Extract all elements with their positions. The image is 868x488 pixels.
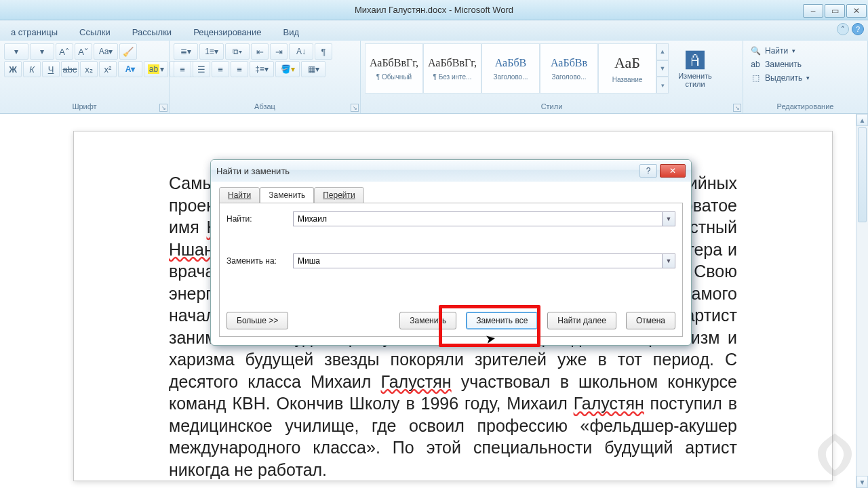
dialog-tab-replace[interactable]: Заменить [260, 187, 314, 203]
group-editing: 🔍Найти▾ abЗаменить ⬚Выделить▾ Редактиров… [743, 41, 868, 113]
ribbon: ▾ ▾ A˄ A˅ Aa▾ 🧹 Ж К Ч abc x₂ x² A▾ ab▾ A… [0, 41, 868, 114]
dialog-title-bar[interactable]: Найти и заменить ? ✕ [211, 160, 691, 182]
line-spacing-button[interactable]: ‡≡▾ [250, 61, 274, 77]
change-styles-button[interactable]: 🅰 Изменить стили [671, 43, 719, 94]
subscript-button[interactable]: x₂ [80, 61, 98, 77]
window-title: Михаил Галустян.docx - Microsoft Word [355, 5, 513, 15]
multilevel-button[interactable]: ⧉▾ [225, 43, 250, 60]
more-button[interactable]: Больше >> [226, 312, 288, 329]
ribbon-tabs: а страницы Ссылки Рассылки Рецензировани… [0, 20, 868, 41]
text-effects-button[interactable]: A▾ [118, 61, 142, 77]
find-input[interactable] [293, 211, 662, 226]
scroll-thumb[interactable] [858, 127, 867, 222]
group-editing-label: Редактирование [747, 100, 863, 112]
bullets-button[interactable]: ≣▾ [174, 43, 198, 60]
replace-icon: ab [750, 60, 761, 69]
numbering-button[interactable]: 1≡▾ [199, 43, 224, 60]
tab-review[interactable]: Рецензирование [182, 24, 272, 41]
indent-dec-button[interactable]: ⇤ [251, 43, 269, 60]
styles-scroll[interactable]: ▲▼▾ [656, 43, 669, 94]
replace-label: Заменить на: [226, 256, 288, 266]
minimize-button[interactable]: – [803, 4, 823, 18]
find-icon: 🔍 [750, 46, 761, 56]
select-icon: ⬚ [750, 73, 761, 83]
align-right-button[interactable]: ≡ [212, 61, 229, 77]
watermark-icon [811, 431, 859, 481]
help-icon[interactable]: ? [852, 23, 864, 35]
find-button[interactable]: 🔍Найти▾ [747, 45, 812, 57]
change-case-button[interactable]: Aa▾ [94, 43, 118, 60]
group-font-label: Шрифт [4, 100, 165, 112]
tab-page-layout[interactable]: а страницы [0, 24, 68, 41]
dialog-tab-goto[interactable]: Перейти [314, 187, 364, 203]
find-dropdown-icon[interactable]: ▼ [662, 211, 675, 226]
show-marks-button[interactable]: ¶ [315, 43, 332, 60]
borders-button[interactable]: ▦▾ [301, 61, 326, 77]
clear-format-button[interactable]: 🧹 [119, 43, 137, 60]
group-paragraph: ≣▾ 1≡▾ ⧉▾ ⇤ ⇥ A↓ ¶ ≡ ☰ ≡ ≡ ‡≡▾ 🪣▾ ▦▾ [170, 41, 361, 113]
group-font: ▾ ▾ A˄ A˅ Aa▾ 🧹 Ж К Ч abc x₂ x² A▾ ab▾ A… [0, 41, 170, 113]
find-label: Найти: [226, 214, 288, 224]
styles-up-icon[interactable]: ▲ [656, 43, 669, 60]
styles-launcher-icon[interactable]: ↘ [733, 104, 741, 112]
maximize-button[interactable]: ▭ [825, 4, 845, 18]
justify-button[interactable]: ≡ [231, 61, 248, 77]
replace-input[interactable] [293, 253, 662, 268]
align-left-button[interactable]: ≡ [174, 61, 191, 77]
replace-one-button[interactable]: Заменить [399, 312, 456, 329]
replace-button[interactable]: abЗаменить [747, 58, 812, 70]
style-heading1[interactable]: АаБбВЗаголово... [481, 43, 540, 94]
highlight-button[interactable]: ab▾ [144, 61, 168, 77]
dialog-tabs: Найти Заменить Перейти [219, 187, 683, 203]
grow-font-button[interactable]: A˄ [56, 43, 73, 60]
style-title[interactable]: АаБНазвание [598, 43, 656, 94]
sort-button[interactable]: A↓ [289, 43, 313, 60]
superscript-button[interactable]: x² [99, 61, 117, 77]
scroll-up-icon[interactable]: ▲ [856, 114, 868, 126]
style-heading2[interactable]: АаБбВвЗаголово... [540, 43, 598, 94]
replace-dropdown-icon[interactable]: ▼ [662, 253, 675, 268]
dialog-help-button[interactable]: ? [639, 164, 657, 178]
select-button[interactable]: ⬚Выделить▾ [747, 72, 812, 84]
dialog-tab-find[interactable]: Найти [219, 187, 260, 203]
group-styles: АаБбВвГг,¶ Обычный АаБбВвГг,¶ Без инте..… [361, 41, 743, 113]
shrink-font-button[interactable]: A˅ [75, 43, 92, 60]
italic-button[interactable]: К [23, 61, 41, 77]
change-styles-icon: 🅰 [686, 49, 705, 72]
strike-button[interactable]: abc [61, 61, 79, 77]
dialog-title: Найти и заменить [216, 166, 290, 176]
group-styles-label: Стили [365, 100, 738, 112]
title-bar: Михаил Галустян.docx - Microsoft Word – … [0, 0, 868, 20]
find-next-button[interactable]: Найти далее [547, 312, 616, 329]
styles-gallery[interactable]: АаБбВвГг,¶ Обычный АаБбВвГг,¶ Без инте..… [365, 43, 669, 94]
tab-view[interactable]: Вид [273, 24, 311, 41]
tab-mailings[interactable]: Рассылки [121, 24, 182, 41]
font-size-dropdown[interactable]: ▾ [30, 43, 54, 60]
styles-down-icon[interactable]: ▼ [656, 60, 669, 77]
paragraph-launcher-icon[interactable]: ↘ [351, 104, 359, 112]
shading-button[interactable]: 🪣▾ [275, 61, 300, 77]
style-no-spacing[interactable]: АаБбВвГг,¶ Без инте... [423, 43, 481, 94]
dialog-panel: Найти: ▼ Заменить на: ▼ Больше >> Замени… [219, 203, 683, 337]
window-controls: – ▭ ✕ [803, 3, 868, 18]
find-replace-dialog: Найти и заменить ? ✕ Найти Заменить Пере… [210, 159, 692, 346]
group-paragraph-label: Абзац [174, 100, 356, 112]
style-normal[interactable]: АаБбВвГг,¶ Обычный [365, 43, 423, 94]
font-name-dropdown[interactable]: ▾ [4, 43, 28, 60]
replace-all-button[interactable]: Заменить все [466, 312, 538, 329]
underline-button[interactable]: Ч [42, 61, 60, 77]
styles-more-icon[interactable]: ▾ [656, 77, 669, 94]
close-button[interactable]: ✕ [846, 4, 867, 18]
collapse-ribbon-icon[interactable]: ˄ [837, 23, 849, 35]
cancel-button[interactable]: Отмена [626, 312, 675, 329]
font-launcher-icon[interactable]: ↘ [159, 104, 167, 112]
dialog-close-button[interactable]: ✕ [660, 164, 686, 178]
bold-button[interactable]: Ж [4, 61, 22, 77]
tab-links[interactable]: Ссылки [68, 24, 121, 41]
align-center-button[interactable]: ☰ [193, 61, 210, 77]
indent-inc-button[interactable]: ⇥ [270, 43, 288, 60]
